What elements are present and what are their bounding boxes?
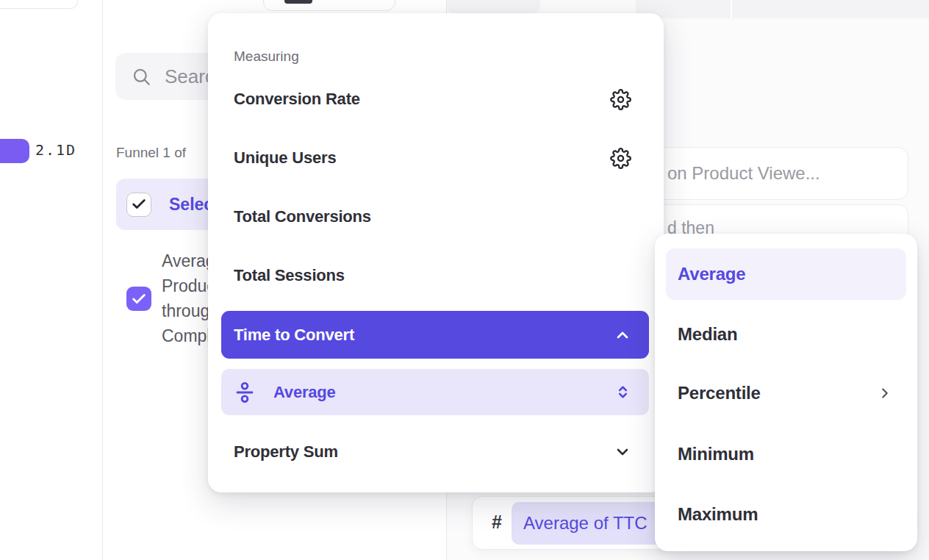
gear-icon[interactable] <box>610 89 631 110</box>
search-icon <box>132 67 151 87</box>
menu-item-label: Unique Users <box>234 148 336 168</box>
average-of-ttc-dropdown[interactable]: Average of TTC <box>512 502 666 545</box>
toolbar-button-icon <box>284 0 312 4</box>
event-card-label: on Product Viewe... <box>667 163 820 184</box>
select-all-checkbox[interactable] <box>126 193 151 217</box>
menu-item-time-to-convert[interactable]: Time to Convert <box>221 311 649 359</box>
agg-item-label: Average <box>678 264 745 284</box>
agg-item-label: Maximum <box>678 504 758 525</box>
menu-item-label: Time to Convert <box>234 326 354 345</box>
partial-tabs-right[interactable] <box>636 0 929 18</box>
aggregation-menu: Average Median Percentile Minimum Maximu… <box>655 234 917 551</box>
agg-item-maximum[interactable]: Maximum <box>666 491 906 538</box>
measuring-menu-header: Measuring <box>234 49 299 65</box>
menu-item-label: Conversion Rate <box>234 90 360 109</box>
average-icon <box>234 381 256 403</box>
average-of-ttc-label: Average of TTC <box>523 513 648 534</box>
numeric-type-symbol: # <box>492 511 502 533</box>
tab-divider <box>731 0 732 18</box>
measuring-menu: Measuring Conversion Rate Unique Users T… <box>208 13 664 492</box>
agg-item-label: Median <box>678 324 737 345</box>
agg-item-percentile[interactable]: Percentile <box>666 370 906 417</box>
menu-item-total-sessions[interactable]: Total Sessions <box>221 252 649 299</box>
menu-item-label: Total Conversions <box>234 207 371 226</box>
partial-tab-left[interactable] <box>447 0 540 13</box>
menu-item-label: Property Sum <box>234 442 338 462</box>
menu-item-ttc-average[interactable]: Average <box>221 369 649 415</box>
agg-item-median[interactable]: Median <box>666 311 906 358</box>
funnel-bar-value: 2.1D <box>35 141 76 159</box>
agg-item-average[interactable]: Average <box>666 248 906 300</box>
menu-item-total-conversions[interactable]: Total Conversions <box>221 193 649 240</box>
chevron-right-icon <box>877 385 893 401</box>
funnel-count-label: Funnel 1 of <box>116 145 186 161</box>
agg-item-label: Minimum <box>678 444 754 464</box>
column-divider-left <box>102 0 103 560</box>
chevron-down-icon <box>614 443 631 461</box>
chevron-up-icon <box>614 326 631 344</box>
agg-item-minimum[interactable]: Minimum <box>666 431 906 478</box>
gear-icon[interactable] <box>610 148 631 169</box>
menu-item-conversion-rate[interactable]: Conversion Rate <box>221 76 649 123</box>
agg-item-label: Percentile <box>678 383 761 403</box>
partial-card-top-left <box>0 0 78 9</box>
menu-item-property-sum[interactable]: Property Sum <box>221 428 649 475</box>
menu-item-label: Average <box>273 383 336 402</box>
chevron-updown-icon <box>614 384 631 401</box>
partial-toolbar-button[interactable] <box>263 0 395 11</box>
menu-item-label: Total Sessions <box>234 266 345 285</box>
funnel-bar-segment[interactable] <box>0 139 29 163</box>
menu-item-unique-users[interactable]: Unique Users <box>221 134 649 182</box>
step-checkbox[interactable] <box>126 287 151 311</box>
